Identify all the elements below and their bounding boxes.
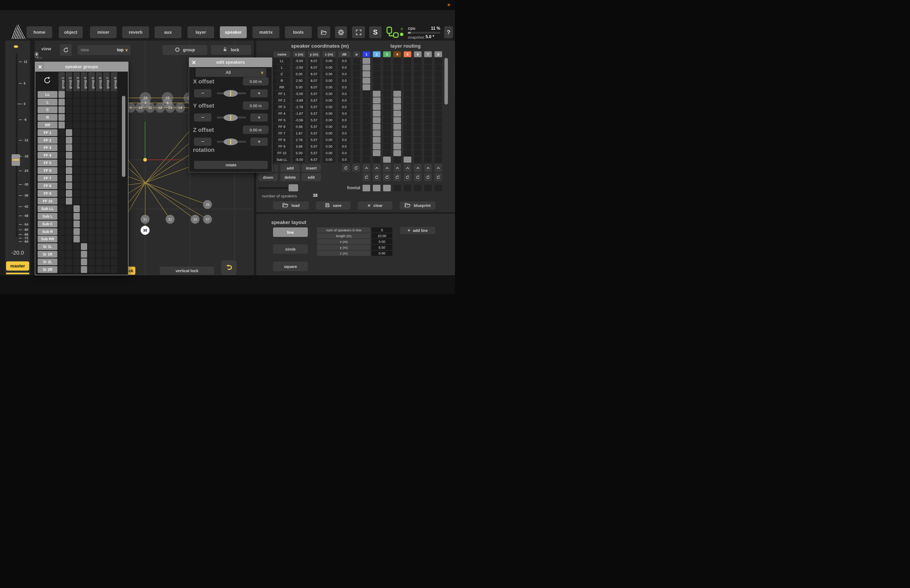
group-cell[interactable] — [58, 144, 65, 151]
group-row-label[interactable]: Sr 1L — [38, 243, 57, 250]
fader-handle[interactable] — [11, 154, 20, 166]
group-cell[interactable] — [111, 228, 117, 235]
group-cell[interactable] — [58, 228, 65, 235]
group-cell[interactable] — [81, 99, 87, 105]
group-cell[interactable] — [73, 183, 80, 189]
coord-cell-z[interactable]: 0.00 — [323, 91, 335, 97]
group-cell[interactable] — [73, 190, 80, 197]
group-cell[interactable] — [73, 175, 80, 182]
add-button[interactable]: add — [280, 164, 300, 172]
routing-cell[interactable] — [393, 58, 401, 64]
group-cell[interactable] — [103, 198, 110, 205]
routing-cell[interactable] — [373, 150, 380, 156]
group-row-label[interactable]: L — [38, 99, 57, 105]
coord-cell-db[interactable]: 0.0 — [338, 58, 351, 64]
group-cell[interactable] — [111, 266, 117, 273]
frontal-square[interactable] — [424, 185, 432, 191]
coord-cell-db[interactable]: 0.0 — [338, 71, 351, 77]
routing-cell[interactable] — [362, 157, 370, 163]
layer-reset-button[interactable] — [373, 173, 380, 181]
group-row-label[interactable]: Sr 2L — [38, 258, 57, 265]
routing-cell[interactable] — [414, 58, 422, 64]
group-cell[interactable] — [58, 152, 65, 159]
layer-reset-button[interactable] — [383, 173, 391, 181]
group-cell[interactable] — [89, 129, 95, 136]
routing-cell[interactable] — [435, 157, 442, 163]
layer-header-8[interactable]: 8 — [435, 51, 442, 57]
routing-cell[interactable] — [383, 84, 391, 90]
routing-cell[interactable] — [414, 130, 422, 136]
group-cell[interactable] — [58, 190, 65, 197]
group-row-label[interactable]: RR — [38, 121, 57, 128]
layer-up-button[interactable] — [435, 164, 442, 172]
nav-tab-tools[interactable]: tools — [285, 26, 312, 38]
routing-cell[interactable] — [414, 124, 422, 130]
coord-cell-name[interactable]: FF 9 — [273, 144, 290, 150]
routing-cell[interactable] — [383, 71, 391, 77]
coord-cell-db[interactable]: 0.0 — [338, 111, 351, 116]
group-cell[interactable] — [89, 106, 95, 113]
routing-cell[interactable] — [414, 144, 422, 150]
routing-cell[interactable] — [424, 111, 432, 116]
group-row-label[interactable]: Sub LL — [38, 205, 57, 212]
coord-cell-x[interactable]: -5.00 — [293, 157, 305, 163]
routing-cell[interactable] — [393, 78, 401, 84]
routing-cell[interactable] — [383, 157, 391, 163]
group-cell[interactable] — [103, 205, 110, 212]
group-cell[interactable] — [66, 251, 72, 258]
coord-cell-z[interactable]: 0.00 — [323, 84, 335, 90]
routing-cell[interactable] — [383, 91, 391, 97]
routing-cell[interactable] — [404, 78, 411, 84]
group-row-label[interactable]: FF 3 — [38, 144, 57, 151]
group-cell[interactable] — [81, 152, 87, 159]
routing-cell[interactable] — [404, 144, 411, 150]
open-file-button[interactable] — [318, 26, 330, 38]
speaker-31[interactable]: 31 — [141, 215, 150, 224]
nav-tab-mixer[interactable]: mixer — [90, 26, 116, 38]
group-row-label[interactable]: R — [38, 114, 57, 121]
layer-up-button[interactable] — [404, 164, 411, 172]
group-cell[interactable] — [96, 144, 102, 151]
group-cell[interactable] — [111, 205, 117, 212]
layer-reset-button[interactable] — [362, 173, 370, 181]
speaker-37[interactable]: 37 — [203, 215, 212, 224]
group-cell[interactable] — [111, 152, 117, 159]
routing-cell[interactable] — [393, 71, 401, 77]
group-row-label[interactable]: C — [38, 106, 57, 113]
group-column-7[interactable]: group 7 — [103, 72, 110, 92]
group-cell[interactable] — [81, 205, 87, 212]
group-cell[interactable] — [96, 266, 102, 273]
group-cell[interactable] — [73, 129, 80, 136]
coord-cell-x[interactable]: 0.56 — [293, 124, 305, 130]
coord-cell-x[interactable]: -5.00 — [293, 58, 305, 64]
group-cell[interactable] — [66, 258, 72, 265]
group-cell[interactable] — [81, 137, 87, 144]
coord-cell-z[interactable]: 0.00 — [323, 124, 335, 130]
layer-header-2[interactable]: 2 — [373, 51, 380, 57]
group-cell[interactable] — [96, 106, 102, 113]
routing-cell[interactable] — [404, 97, 411, 103]
save-button[interactable]: save — [316, 201, 351, 210]
group-cell[interactable] — [73, 99, 80, 105]
coord-cell-name[interactable]: FF 3 — [273, 104, 290, 110]
group-cell[interactable] — [89, 198, 95, 205]
group-cell[interactable] — [103, 160, 110, 166]
group-cell[interactable] — [66, 121, 72, 128]
group-cell[interactable] — [58, 236, 65, 242]
layout-field-value[interactable]: 0.00 — [372, 239, 392, 244]
group-cell[interactable] — [81, 190, 87, 197]
group-row-label[interactable]: LL — [38, 91, 57, 98]
layout-field-value[interactable]: 5.50 — [372, 245, 392, 250]
view-dropdown[interactable]: view top ∨ — [78, 45, 131, 55]
layer-up-button[interactable] — [373, 164, 380, 172]
routing-cell[interactable] — [414, 137, 422, 143]
group-column-5[interactable]: group 5 — [89, 72, 95, 92]
routing-cell[interactable] — [404, 58, 411, 64]
group-cell[interactable] — [89, 251, 95, 258]
nav-tab-object[interactable]: object — [59, 26, 83, 38]
coord-cell-z[interactable]: 0.00 — [323, 130, 335, 136]
group-cell[interactable] — [96, 160, 102, 166]
coord-cell-y[interactable]: 5.57 — [308, 91, 320, 97]
group-column-1[interactable]: group 1 — [58, 72, 65, 92]
coord-cell-x[interactable]: 1.67 — [293, 130, 305, 136]
